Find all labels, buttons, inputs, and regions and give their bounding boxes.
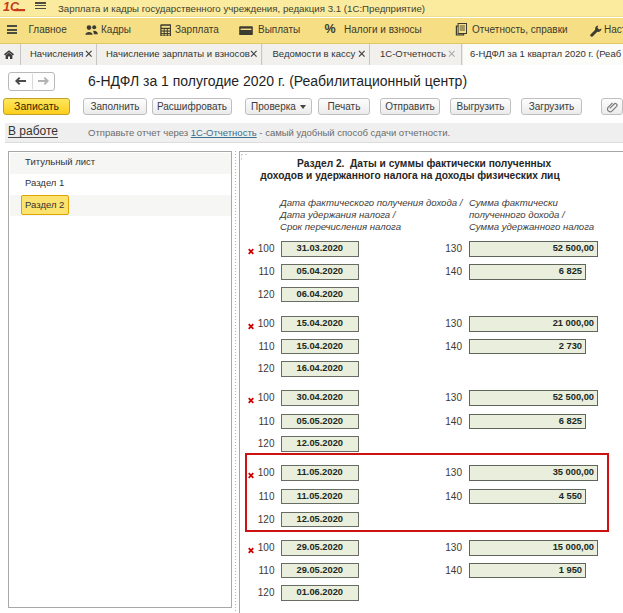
svg-text:1С: 1С xyxy=(3,0,20,14)
